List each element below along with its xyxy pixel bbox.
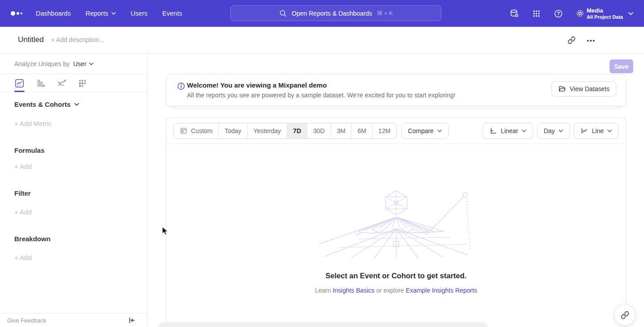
banner-title: Welcome! You are viewing a Mixpanel demo	[187, 81, 327, 89]
info-icon	[177, 82, 185, 90]
settings-gear-icon[interactable]	[575, 8, 585, 18]
analyze-value-dropdown[interactable]: User	[73, 60, 94, 67]
chevron-down-icon	[522, 130, 526, 132]
chart-type-tabs	[0, 74, 147, 92]
more-options-icon[interactable]: •••	[587, 36, 596, 45]
svg-text:?: ?	[557, 11, 559, 16]
report-title[interactable]: Untitled	[18, 35, 44, 44]
give-feedback-link[interactable]: Give Feedback	[7, 317, 46, 324]
scale-dropdown[interactable]: Linear	[483, 123, 533, 139]
empty-state-illustration	[311, 189, 481, 259]
chart-controls: Linear Day Line	[483, 123, 619, 139]
chevron-down-icon	[74, 103, 79, 106]
tab-bar-chart[interactable]	[36, 79, 45, 88]
mixpanel-app: Dashboards Reports Users Events Open Rep…	[0, 0, 644, 327]
range-today[interactable]: Today	[218, 123, 247, 138]
chart-type-dropdown[interactable]: Line	[574, 123, 619, 139]
insights-basics-link[interactable]: Insights Basics	[333, 287, 374, 294]
folder-icon	[558, 85, 566, 93]
range-30d[interactable]: 30D	[307, 123, 330, 138]
nav-reports[interactable]: Reports	[85, 10, 116, 17]
search-placeholder: Open Reports & Dashboards	[292, 10, 372, 17]
add-metric-button[interactable]: + Add Metric	[14, 120, 52, 127]
report-header: Untitled + Add description... ••• Save	[0, 27, 644, 54]
sidebar-footer: Give Feedback	[0, 313, 147, 327]
selected-tab-underline	[14, 91, 25, 92]
query-sidebar: Analyze Uniques by User Events & Cohorts	[0, 54, 148, 327]
banner-body: All the reports you see are powered by a…	[187, 92, 455, 99]
global-search[interactable]: Open Reports & Dashboards ⌘ + K	[230, 5, 441, 21]
chevron-down-icon	[111, 12, 116, 15]
search-icon	[279, 9, 287, 17]
interval-dropdown[interactable]: Day	[537, 123, 570, 139]
range-3m[interactable]: 3M	[330, 123, 351, 138]
tab-insights-line-chart[interactable]	[15, 79, 24, 88]
link-icon	[621, 311, 629, 319]
date-range-segmented-control: Custom Today Yesterday 7D 30D 3M 6M 12M	[174, 123, 397, 139]
range-7d-selected[interactable]: 7D	[287, 123, 307, 138]
axis-scale-icon	[489, 127, 497, 135]
apps-grid-icon[interactable]	[531, 8, 541, 18]
nav-icon-group: ?	[509, 0, 585, 27]
calendar-icon	[180, 127, 187, 134]
analyze-label: Analyze Uniques by	[14, 60, 70, 67]
project-name: Media	[587, 7, 623, 14]
add-formula-button[interactable]: + Add	[14, 163, 32, 170]
search-shortcut: ⌘ + K	[377, 10, 393, 17]
tab-metrics-grid[interactable]	[78, 79, 87, 88]
share-link-fab[interactable]	[614, 304, 636, 326]
project-switcher[interactable]: Media All Project Data	[587, 0, 633, 27]
copy-link-icon[interactable]	[567, 36, 576, 45]
empty-state-title: Select an Event or Cohort to get started…	[326, 272, 466, 280]
events-cohorts-section[interactable]: Events & Cohorts	[14, 101, 79, 108]
chevron-down-icon	[559, 130, 563, 132]
chart-empty-state: Select an Event or Cohort to get started…	[166, 144, 626, 294]
filter-section: Filter	[14, 189, 31, 197]
report-description-placeholder[interactable]: + Add description...	[51, 36, 104, 43]
nav-users[interactable]: Users	[131, 10, 148, 17]
compare-dropdown[interactable]: Compare	[401, 123, 449, 139]
report-toolbar: Custom Today Yesterday 7D 30D 3M 6M 12M …	[166, 118, 626, 144]
project-scope: All Project Data	[587, 14, 623, 20]
range-6m[interactable]: 6M	[351, 123, 372, 138]
line-chart-icon	[580, 127, 589, 135]
mixpanel-logo-icon[interactable]	[11, 0, 22, 27]
welcome-banner: Welcome! You are viewing a Mixpanel demo…	[166, 74, 626, 106]
range-yesterday[interactable]: Yesterday	[247, 123, 287, 138]
add-breakdown-button[interactable]: + Add	[14, 254, 32, 261]
save-button[interactable]: Save	[610, 59, 633, 73]
view-datasets-button[interactable]: View Datasets	[551, 81, 616, 96]
add-filter-button[interactable]: + Add	[14, 208, 32, 216]
top-nav: Dashboards Reports Users Events Open Rep…	[0, 0, 644, 27]
bottom-panel-peek[interactable]	[157, 323, 488, 327]
example-insights-reports-link[interactable]: Example Insights Reports	[406, 287, 477, 294]
range-custom[interactable]: Custom	[174, 123, 218, 138]
range-12m[interactable]: 12M	[372, 123, 396, 138]
chevron-down-icon	[628, 12, 633, 15]
empty-state-subtitle: Learn Insights Basics or explore Example…	[315, 287, 477, 294]
help-icon[interactable]: ?	[553, 8, 563, 18]
nav-dashboards[interactable]: Dashboards	[36, 10, 71, 17]
nav-events[interactable]: Events	[162, 10, 182, 17]
report-card: Custom Today Yesterday 7D 30D 3M 6M 12M …	[166, 117, 626, 327]
primary-nav: Dashboards Reports Users Events	[36, 0, 182, 27]
chevron-down-icon	[89, 63, 93, 65]
chevron-down-icon	[437, 130, 442, 132]
chevron-down-icon	[607, 130, 612, 132]
breakdown-section: Breakdown	[14, 235, 51, 243]
formulas-section: Formulas	[14, 147, 45, 154]
collapse-sidebar-icon[interactable]	[128, 317, 136, 324]
data-management-icon[interactable]	[509, 8, 519, 18]
analyze-uniques-row: Analyze Uniques by User	[0, 54, 147, 74]
tab-flow-chart[interactable]	[57, 79, 66, 88]
